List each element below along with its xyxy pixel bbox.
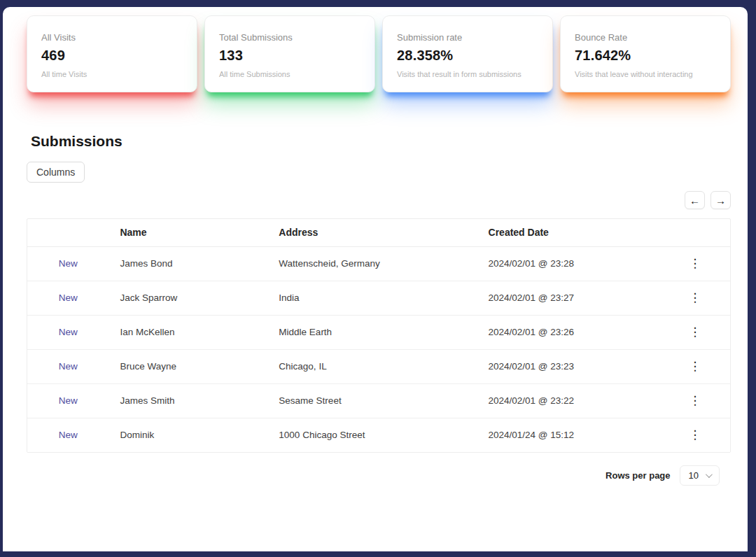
stat-card-title: Total Submissions (219, 32, 360, 43)
next-page-button[interactable]: → (710, 191, 731, 209)
status-badge: New (27, 246, 108, 281)
cell-name: James Smith (108, 383, 267, 418)
header-status (27, 219, 108, 246)
cell-address: Chicago, IL (267, 349, 477, 383)
kebab-menu-icon: ⋮ (689, 291, 701, 304)
stat-card-subtitle: Visits that leave without interacting (575, 70, 716, 78)
stat-card-value: 28.358% (397, 48, 538, 64)
cell-address: India (267, 281, 477, 315)
row-menu-button[interactable]: ⋮ (683, 289, 706, 306)
arrow-left-icon: ← (690, 195, 700, 206)
stat-card-value: 469 (41, 48, 183, 64)
status-badge: New (27, 349, 108, 383)
arrow-right-icon: → (715, 195, 726, 206)
cell-name: James Bond (108, 246, 267, 281)
dashboard-page: All Visits 469 All time Visits Total Sub… (3, 7, 748, 551)
header-address: Address (267, 219, 477, 246)
stat-card-title: Submission rate (397, 32, 538, 43)
table-pagination: ← → (27, 191, 731, 209)
kebab-menu-icon: ⋮ (689, 257, 701, 270)
kebab-menu-icon: ⋮ (689, 394, 701, 407)
submissions-table: Name Address Created Date New James Bond… (27, 218, 731, 453)
header-actions (660, 219, 730, 246)
stat-card-value: 133 (219, 48, 360, 64)
cell-address: Sesame Street (267, 383, 477, 418)
window-frame: All Visits 469 All time Visits Total Sub… (0, 0, 756, 557)
columns-button[interactable]: Columns (27, 162, 85, 183)
status-badge: New (27, 418, 108, 452)
stat-card-subtitle: All time Submissions (219, 70, 360, 78)
status-badge: New (27, 383, 108, 418)
table-row: New Dominik 1000 Chicago Street 2024/01/… (27, 418, 730, 452)
cell-address: Middle Earth (267, 315, 477, 349)
stat-card-value: 71.642% (575, 48, 716, 64)
status-badge: New (27, 315, 108, 349)
page-title: Submissions (27, 133, 731, 150)
table-row: New Jack Sparrow India 2024/02/01 @ 23:2… (27, 281, 730, 315)
cell-created-date: 2024/02/01 @ 23:28 (477, 246, 660, 281)
cell-created-date: 2024/02/01 @ 23:26 (477, 315, 660, 349)
stat-cards-row: All Visits 469 All time Visits Total Sub… (27, 15, 731, 92)
cell-name: Ian McKellen (108, 315, 267, 349)
table-row: New Bruce Wayne Chicago, IL 2024/02/01 @… (27, 349, 730, 383)
table-header-row: Name Address Created Date (27, 219, 730, 246)
kebab-menu-icon: ⋮ (689, 428, 701, 442)
cell-created-date: 2024/01/24 @ 15:12 (477, 418, 660, 452)
cell-name: Dominik (108, 418, 267, 452)
row-menu-button[interactable]: ⋮ (683, 358, 706, 375)
stat-card-title: All Visits (41, 32, 183, 43)
stat-card-submission-rate: Submission rate 28.358% Visits that resu… (382, 15, 553, 92)
previous-page-button[interactable]: ← (685, 191, 705, 209)
table-row: New James Smith Sesame Street 2024/02/01… (27, 383, 730, 418)
cell-address: Wattenscheid, Germany (267, 246, 477, 281)
cell-created-date: 2024/02/01 @ 23:23 (477, 349, 660, 383)
row-menu-button[interactable]: ⋮ (683, 323, 706, 341)
table-footer: Rows per page 10 (27, 465, 731, 486)
status-badge: New (27, 281, 108, 315)
cell-created-date: 2024/02/01 @ 23:27 (477, 281, 660, 315)
stat-card-subtitle: All time Visits (41, 70, 183, 78)
stat-card-title: Bounce Rate (575, 32, 716, 43)
stat-card-total-submissions: Total Submissions 133 All time Submissio… (204, 15, 375, 92)
cell-name: Jack Sparrow (108, 281, 267, 315)
rows-per-page-select[interactable]: 10 (680, 465, 720, 486)
kebab-menu-icon: ⋮ (689, 325, 701, 339)
chevron-down-icon (706, 471, 713, 478)
stat-card-all-visits: All Visits 469 All time Visits (27, 15, 197, 92)
row-menu-button[interactable]: ⋮ (683, 392, 706, 409)
cell-name: Bruce Wayne (108, 349, 267, 383)
header-name: Name (108, 219, 267, 246)
rows-per-page-value: 10 (689, 470, 699, 481)
rows-per-page-label: Rows per page (606, 470, 670, 481)
header-created-date: Created Date (477, 219, 660, 246)
stat-card-bounce-rate: Bounce Rate 71.642% Visits that leave wi… (560, 15, 731, 92)
cell-created-date: 2024/02/01 @ 23:22 (477, 383, 660, 418)
row-menu-button[interactable]: ⋮ (683, 426, 706, 444)
stat-card-subtitle: Visits that result in form submissions (397, 70, 538, 78)
cell-address: 1000 Chicago Street (267, 418, 477, 452)
table-row: New James Bond Wattenscheid, Germany 202… (27, 246, 730, 281)
kebab-menu-icon: ⋮ (689, 360, 701, 373)
table-row: New Ian McKellen Middle Earth 2024/02/01… (27, 315, 730, 349)
row-menu-button[interactable]: ⋮ (683, 255, 706, 272)
